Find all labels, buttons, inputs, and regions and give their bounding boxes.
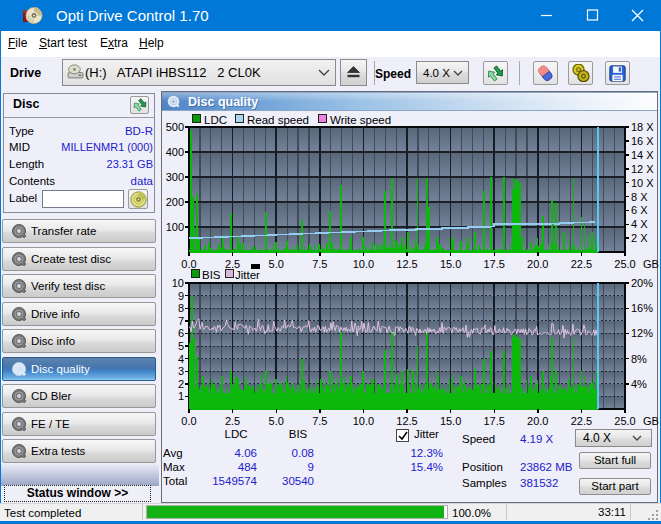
svg-text:15.0: 15.0: [440, 415, 461, 427]
svg-text:25.0: 25.0: [614, 415, 635, 427]
svg-text:2 X: 2 X: [631, 232, 648, 244]
svg-text:6 X: 6 X: [631, 204, 648, 216]
svg-text:0.0: 0.0: [181, 415, 196, 427]
svg-text:400: 400: [166, 146, 184, 158]
svg-text:12.5: 12.5: [396, 415, 417, 427]
svg-text:10: 10: [172, 277, 184, 289]
svg-text:20.0: 20.0: [527, 415, 548, 427]
svg-text:12%: 12%: [631, 327, 653, 339]
svg-text:5: 5: [178, 340, 184, 352]
svg-text:17.5: 17.5: [483, 415, 504, 427]
svg-text:8: 8: [178, 302, 184, 314]
svg-text:4%: 4%: [631, 378, 647, 390]
svg-text:300: 300: [166, 171, 184, 183]
svg-text:16%: 16%: [631, 302, 653, 314]
svg-text:20%: 20%: [631, 277, 653, 289]
svg-text:22.5: 22.5: [571, 415, 592, 427]
svg-text:10.0: 10.0: [353, 415, 374, 427]
svg-text:8%: 8%: [631, 353, 647, 365]
svg-text:16 X: 16 X: [631, 135, 654, 147]
svg-text:100: 100: [166, 221, 184, 233]
svg-text:14 X: 14 X: [631, 149, 654, 161]
svg-text:500: 500: [166, 121, 184, 133]
svg-text:2: 2: [178, 378, 184, 390]
svg-text:8 X: 8 X: [631, 191, 648, 203]
svg-text:10 X: 10 X: [631, 177, 654, 189]
svg-text:2.5: 2.5: [225, 415, 240, 427]
svg-text:5.0: 5.0: [269, 415, 284, 427]
svg-text:9: 9: [178, 290, 184, 302]
svg-text:3: 3: [178, 365, 184, 377]
svg-text:4 X: 4 X: [631, 218, 648, 230]
svg-text:4: 4: [178, 353, 184, 365]
svg-text:18 X: 18 X: [631, 121, 654, 133]
svg-text:1: 1: [178, 390, 184, 402]
svg-text:12 X: 12 X: [631, 163, 654, 175]
svg-text:7: 7: [178, 315, 184, 327]
svg-text:7.5: 7.5: [312, 415, 327, 427]
svg-text:GB: GB: [643, 415, 659, 427]
svg-text:200: 200: [166, 196, 184, 208]
svg-text:6: 6: [178, 327, 184, 339]
